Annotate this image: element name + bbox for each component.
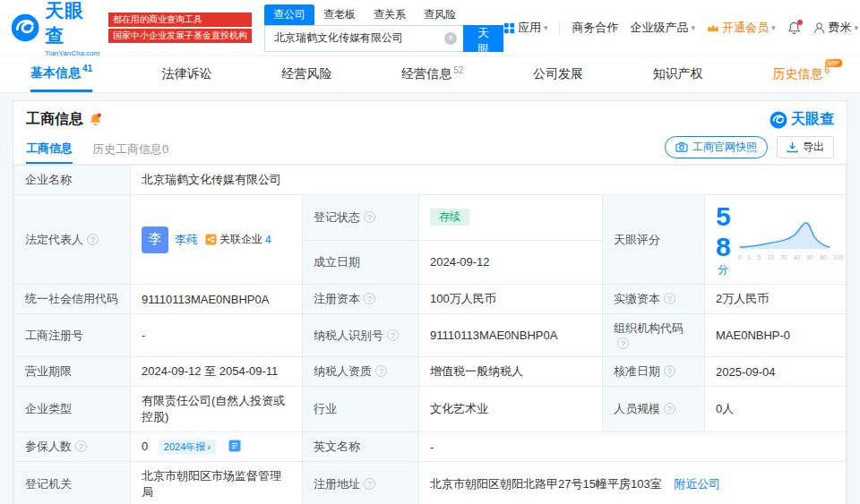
help-icon[interactable]: ? [375,365,387,377]
clear-icon[interactable]: × [444,32,457,45]
nav-cooperation[interactable]: 商务合作 [572,20,618,36]
export-label: 导出 [803,140,824,155]
reg-address-value: 北京市朝阳区朝阳北路甲27号15幢平房103室 [430,477,662,491]
tab-basic-count: 41 [82,64,92,73]
chevron-down-icon: ▾ [771,23,776,32]
subtab-business-info[interactable]: 工商信息 [26,134,73,164]
tab-risk[interactable]: 经营风险 [282,56,332,92]
taxpayer-id-value: 91110113MAE0NBHP0A [419,314,603,357]
tab-history-label: 历史信息 [772,66,822,82]
tab-legal-label: 法律诉讼 [162,66,212,82]
user-icon [813,21,826,35]
tab-development[interactable]: 公司发展 [533,56,583,92]
help-icon[interactable]: ? [664,293,675,304]
tianyancha-logo-icon [11,13,39,43]
legal-rep-label: 法定代表人? [14,195,131,285]
nav-user[interactable]: 费米 ▾ [813,20,859,36]
reg-capital-label-text: 注册资本 [314,292,360,305]
paid-capital-label: 实缴资本? [603,285,705,314]
subtab-bar: 工商信息 历史工商信息0 工商官网快照 导出 [13,134,847,165]
related-companies-link[interactable]: 关联企业 4 [205,232,271,247]
search-tab-relation[interactable]: 查关系 [365,4,415,25]
nav-apps[interactable]: 应用 ▾ [503,20,548,36]
official-snapshot-button[interactable]: 工商官网快照 [665,136,768,158]
help-icon[interactable]: ? [664,403,675,414]
taxpayer-quality-label-text: 纳税人资质 [314,364,372,378]
table-row: 登记机关 北京市朝阳区市场监督管理局 注册地址? 北京市朝阳区朝阳北路甲27号1… [14,462,847,504]
tab-legal[interactable]: 法律诉讼 [162,56,212,92]
promo-line2: 国家中小企业发展子基金直投机构 [108,29,252,43]
insured-label: 参保人数? [14,432,131,462]
avatar[interactable]: 李 [142,226,168,253]
nav-vip-label: 开通会员 [722,20,769,36]
export-button[interactable]: 导出 [777,136,834,158]
tab-operation-label: 经营信息 [401,66,452,82]
reg-authority-value: 北京市朝阳区市场监督管理局 [131,462,303,504]
table-row: 统一社会信用代码 91110113MAE0NBHP0A 注册资本? 100万人民… [14,285,847,314]
watermark-label: 天眼查 [791,110,834,129]
tab-ip[interactable]: 知识产权 [653,56,703,92]
nav-vip[interactable]: 开通会员 ▾ [707,20,776,36]
monitor-bell-icon[interactable] [89,113,102,126]
page-content: 工商信息 天眼查 工商信息 历史工商信息0 [0,93,860,504]
legal-rep-link[interactable]: 李莼 [175,232,198,248]
legal-rep-cell: 李 李莼 关联企业 4 [131,195,303,285]
reg-address-label-text: 注册地址 [314,477,360,491]
tab-basic-info[interactable]: 基本信息 41 [30,56,92,92]
english-name-label: 英文名称 [303,432,419,462]
table-row: 法定代表人? 李 李莼 关联企业 4 [14,195,847,241]
search-tab-company[interactable]: 查公司 [264,4,314,25]
score-chart[interactable]: 0 1 5 10 20 40 60 80 100 [738,218,844,261]
help-icon[interactable]: ? [364,293,375,304]
table-row: 营业期限 2024-09-12 至 2054-09-11 纳税人资质? 增值税一… [14,357,847,387]
tab-history-info[interactable]: 历史信息 6 VIP [772,56,830,92]
tab-development-label: 公司发展 [533,66,583,82]
download-icon [787,141,798,153]
search-area: 查公司 查老板 查关系 查风险 × 天眼一下 [264,4,503,52]
est-date-label: 成立日期 [303,240,419,284]
help-icon[interactable]: ? [364,211,375,223]
tianyancha-logo-icon [770,111,787,129]
org-code-label-text: 组织机构代码 [614,321,684,335]
crown-icon [707,23,719,33]
nav-cooperation-label: 商务合作 [572,20,618,36]
reg-number-value: - [131,314,303,357]
help-icon[interactable]: ? [75,440,87,452]
related-companies-label: 关联企业 [219,232,262,247]
business-term-label: 营业期限 [14,357,131,387]
org-code-label: 组织机构代码? [603,314,705,357]
credit-code-value: 91110113MAE0NBHP0A [131,285,303,314]
search-tab-risk[interactable]: 查风险 [415,4,465,25]
taxpayer-id-label: 纳税人识别号? [303,314,419,357]
nearby-companies-link[interactable]: 附近公司 [674,477,720,491]
vip-badge: VIP [825,59,842,67]
table-row: 企业类型 有限责任公司(自然人投资或控股) 行业 文化艺术业 人员规模? 0人 [14,387,847,432]
tab-basic-label: 基本信息 [30,65,81,81]
help-icon[interactable]: ? [387,329,399,341]
search-tab-boss[interactable]: 查老板 [314,4,365,25]
subtab-history-business-info[interactable]: 历史工商信息0 [92,135,168,163]
taxpayer-id-label-text: 纳税人识别号 [314,329,383,342]
table-row: 参保人数? 0 2024年报› 英文名称 - [14,432,847,462]
search-button[interactable]: 天眼一下 [463,25,503,52]
nav-apps-label: 应用 [518,20,541,36]
tianyancha-watermark: 天眼查 [770,110,834,129]
report-detail-icon[interactable] [228,440,241,452]
company-name-value: 北京瑞鹤文化传媒有限公司 [131,166,847,195]
approval-date-value: 2025-09-04 [705,357,847,387]
tab-operation[interactable]: 经营信息 52 [401,56,463,92]
help-icon[interactable]: ? [87,234,99,245]
annual-report-badge[interactable]: 2024年报› [159,440,216,455]
nav-enterprise[interactable]: 企业级产品 ▾ [630,20,695,36]
help-icon[interactable]: ? [664,365,675,377]
score-value: 58 [716,201,731,261]
company-nav-tabs: 基本信息 41 法律诉讼 经营风险 经营信息 52 公司发展 知识产权 历史信息… [0,56,860,93]
search-input[interactable] [264,25,463,52]
top-nav: 应用 ▾ 商务合作 企业级产品 ▾ 开通会员 ▾ [503,20,858,36]
help-icon[interactable]: ? [617,337,629,349]
logo[interactable]: 天眼查 TianYanCha.com [11,0,101,57]
notification-bell-icon[interactable] [787,21,801,35]
annual-report-label: 2024年报 [164,440,205,454]
help-icon[interactable]: ? [364,478,375,490]
score-distribution-chart [738,218,831,251]
